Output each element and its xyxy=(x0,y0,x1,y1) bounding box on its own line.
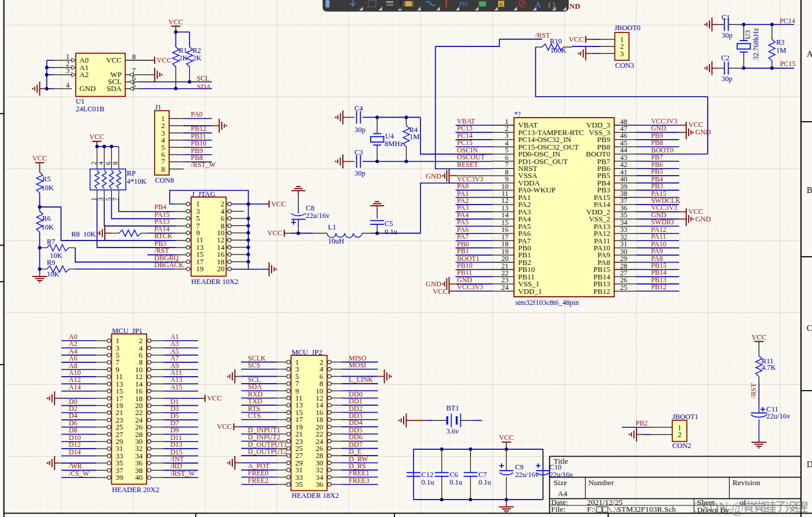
svg-text:RP: RP xyxy=(127,169,136,177)
svg-text:R5: R5 xyxy=(42,175,51,183)
svg-text:C2: C2 xyxy=(721,54,730,62)
svg-text:R1: R1 xyxy=(179,46,188,54)
svg-text:C9: C9 xyxy=(515,463,524,471)
svg-text:F:\: F:\ xyxy=(587,505,596,514)
svg-text:J1: J1 xyxy=(155,103,162,111)
svg-text:1: 1 xyxy=(90,198,97,201)
svg-text:4.7K: 4.7K xyxy=(762,363,776,372)
svg-text:*?: *? xyxy=(514,111,521,118)
svg-text:C12: C12 xyxy=(422,471,434,479)
svg-text:B: B xyxy=(499,2,503,8)
svg-text:0.1u: 0.1u xyxy=(422,478,435,486)
svg-text:GND: GND xyxy=(426,172,441,180)
svg-text:VDD_1: VDD_1 xyxy=(518,287,542,296)
svg-text:MCU_JP2: MCU_JP2 xyxy=(291,348,322,356)
svg-text:5: 5 xyxy=(132,81,136,89)
svg-text:5: 5 xyxy=(105,198,112,201)
svg-text:JBOOT0: JBOOT0 xyxy=(615,24,641,32)
svg-text:A2: A2 xyxy=(79,70,89,79)
svg-text:C4: C4 xyxy=(354,104,363,112)
svg-text:Title: Title xyxy=(554,457,568,465)
svg-text:22u/16v: 22u/16v xyxy=(766,412,791,420)
svg-text:40: 40 xyxy=(135,473,142,482)
svg-text:VCC: VCC xyxy=(688,207,703,216)
svg-text:CON8: CON8 xyxy=(155,176,174,184)
svg-text:2: 2 xyxy=(90,162,97,165)
svg-text:C3: C3 xyxy=(354,148,363,156)
svg-text:GND: GND xyxy=(79,84,96,93)
svg-text:VCC: VCC xyxy=(32,154,47,162)
svg-text:SDA: SDA xyxy=(107,84,122,93)
svg-text:/RST_W: /RST_W xyxy=(170,469,195,478)
svg-text:3: 3 xyxy=(66,67,70,75)
svg-text:GND: GND xyxy=(651,124,666,132)
svg-text:10K: 10K xyxy=(41,184,54,192)
svg-text:8: 8 xyxy=(132,53,136,61)
svg-text:SCS: SCS xyxy=(248,361,260,369)
svg-text:32.768kHz: 32.768kHz xyxy=(752,28,760,60)
svg-text:PC15: PC15 xyxy=(780,60,796,68)
svg-text:BT1: BT1 xyxy=(446,404,459,412)
svg-text:35: 35 xyxy=(295,480,303,489)
svg-text:VCC: VCC xyxy=(752,333,767,341)
svg-text:10K: 10K xyxy=(41,223,54,231)
svg-text:VCC3V3: VCC3V3 xyxy=(457,175,483,183)
svg-text:CSDN @: CSDN @ xyxy=(693,498,744,517)
svg-text:20: 20 xyxy=(217,264,225,273)
svg-text:A4: A4 xyxy=(558,489,568,498)
svg-text:A: A xyxy=(535,1,542,9)
svg-text:10K: 10K xyxy=(47,270,60,278)
svg-text:R2: R2 xyxy=(193,46,202,54)
svg-text:Size: Size xyxy=(554,478,567,487)
svg-text:3: 3 xyxy=(97,198,104,201)
svg-text:24: 24 xyxy=(502,283,509,292)
svg-text:SDA: SDA xyxy=(197,83,211,91)
svg-text:FREE2: FREE2 xyxy=(248,476,268,485)
svg-text:VCC3V3: VCC3V3 xyxy=(457,283,483,291)
svg-text:22u/16v: 22u/16v xyxy=(515,471,539,479)
svg-text:HEADER 18X2: HEADER 18X2 xyxy=(291,491,339,500)
svg-text:R10: R10 xyxy=(550,37,562,45)
svg-text:C1: C1 xyxy=(722,13,730,21)
svg-text:File:: File: xyxy=(551,505,566,514)
svg-text:R8 10K: R8 10K xyxy=(71,230,96,238)
svg-text:8MHz: 8MHz xyxy=(385,140,403,148)
svg-text:U1: U1 xyxy=(76,97,85,105)
svg-text:36: 36 xyxy=(316,480,324,489)
svg-text:Number: Number xyxy=(588,478,615,487)
svg-text:0.1u: 0.1u xyxy=(385,228,398,236)
svg-text:DBGACK: DBGACK xyxy=(155,261,184,269)
svg-text:VCC: VCC xyxy=(106,56,122,64)
svg-text:4: 4 xyxy=(66,81,70,89)
svg-text:PB12: PB12 xyxy=(594,287,610,296)
svg-text:VCC: VCC xyxy=(268,229,283,237)
svg-text:4*10K: 4*10K xyxy=(127,177,147,185)
svg-text:Revision: Revision xyxy=(733,478,760,487)
svg-text:A14: A14 xyxy=(69,383,81,391)
svg-text:CON3: CON3 xyxy=(615,61,634,70)
svg-text:22u/16v: 22u/16v xyxy=(306,212,330,220)
svg-text:CON2: CON2 xyxy=(672,442,692,450)
svg-text:8: 8 xyxy=(161,165,165,173)
svg-text:3: 3 xyxy=(620,49,624,58)
svg-text:R3: R3 xyxy=(776,38,785,46)
svg-text:HEADER 20X2: HEADER 20X2 xyxy=(112,486,159,494)
svg-text:C: C xyxy=(807,323,812,333)
svg-text:FREE3: FREE3 xyxy=(349,476,369,485)
svg-text:( ): ( ) xyxy=(548,1,555,9)
svg-text:25: 25 xyxy=(620,283,628,292)
svg-text:4: 4 xyxy=(97,162,104,165)
svg-text:6: 6 xyxy=(105,162,112,165)
svg-text:VCC: VCC xyxy=(169,18,184,26)
svg-text:U3: U3 xyxy=(744,30,752,39)
svg-text:10uH: 10uH xyxy=(328,237,344,245)
svg-text:PB2: PB2 xyxy=(636,419,648,427)
svg-text:100K: 100K xyxy=(550,46,566,54)
svg-text:39: 39 xyxy=(116,473,123,482)
svg-text:0.1u: 0.1u xyxy=(478,478,492,486)
svg-text:3.6v: 3.6v xyxy=(446,427,459,435)
svg-text:D_OUTPUT2: D_OUTPUT2 xyxy=(248,447,287,456)
svg-text:C5: C5 xyxy=(385,220,393,228)
svg-text:CTS: CTS xyxy=(248,412,261,420)
svg-text:GND: GND xyxy=(696,128,711,136)
